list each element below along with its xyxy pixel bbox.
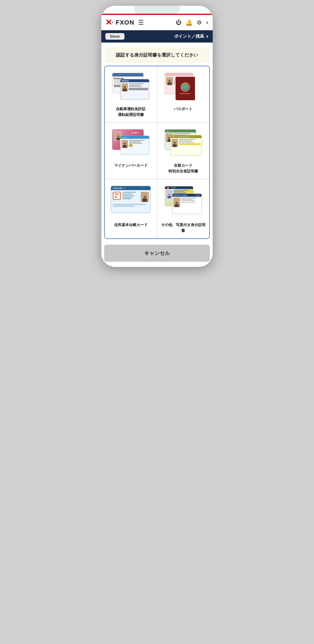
- jumin-cell[interactable]: 住民基本台帳カード 東京都: [105, 179, 157, 238]
- zairyu-image: 在留カード: [160, 128, 207, 159]
- chevron-icon[interactable]: ∨: [206, 20, 209, 25]
- jumin-label: 住民基本台帳カード: [114, 222, 148, 228]
- mn-front-card: 個人番号カード: [120, 136, 149, 155]
- passport-label: パスポート: [174, 106, 192, 112]
- grid-row-1: 運転経歴証明書 運転免許証: [105, 66, 209, 123]
- mynumber-label: マイナンバーカード: [114, 163, 148, 168]
- zairyu-stack: 在留カード: [165, 129, 202, 158]
- grid-row-2: 個人番号カード 個人番号カード: [105, 123, 209, 179]
- dl-front-card: 運転免許証: [120, 79, 149, 100]
- instruction-box: 認証する身分証明書を選択してください: [105, 48, 209, 63]
- hamburger-icon[interactable]: ☰: [138, 19, 144, 26]
- other-id-label: その他、写真付き身分証明 書: [161, 222, 206, 233]
- driver-license-image: 運転経歴証明書 運転免許証: [108, 71, 154, 103]
- driver-license-label: 自動車運転免許証 運転経歴証明書: [116, 106, 146, 117]
- jumin-stamp: 東京都: [113, 192, 121, 200]
- silver-label: Silver: [110, 34, 120, 39]
- instruction-text: 認証する身分証明書を選択してください: [116, 53, 198, 57]
- zairyu-cell[interactable]: 在留カード: [157, 123, 210, 179]
- oth-front-card: DRIVER LICENSE CLASS: [172, 194, 202, 214]
- points-label[interactable]: ポイント／残高 ∨: [174, 34, 209, 39]
- other-id-image: ID CARD: [160, 184, 207, 219]
- other-id-cell[interactable]: ID CARD: [157, 179, 210, 238]
- account-bar: Silver ポイント／残高 ∨: [101, 30, 213, 43]
- passport-cell[interactable]: 🌐 PASSPORT パスポート: [157, 66, 210, 122]
- phone-notch: [134, 6, 180, 14]
- silver-badge: Silver: [105, 33, 124, 40]
- passport-globe-icon: 🌐: [181, 82, 190, 92]
- logo-x-icon: ✕: [105, 18, 112, 27]
- passport-image: 🌐 PASSPORT: [160, 71, 207, 103]
- mynumber-cell[interactable]: 個人番号カード 個人番号カード: [105, 123, 157, 179]
- zr-front-card: 在留カード / RESIDENCE CARD: [170, 135, 202, 156]
- points-chevron-icon: ∨: [206, 34, 209, 39]
- header: ✕ · FXON ☰ ⏻ 🔔 ⚙ ∨: [101, 15, 213, 30]
- passport-stack: 🌐 PASSPORT: [165, 73, 202, 101]
- phone-frame: ✕ · FXON ☰ ⏻ 🔔 ⚙ ∨ Silver ポイント／残高 ∨ 認証する…: [101, 6, 213, 267]
- jumin-image: 住民基本台帳カード 東京都: [108, 184, 154, 219]
- cancel-label: キャンセル: [144, 250, 170, 256]
- flag-strip-icon: [166, 187, 170, 188]
- other-id-stack: ID CARD: [165, 186, 202, 217]
- driver-license-cell[interactable]: 運転経歴証明書 運転免許証: [105, 66, 157, 122]
- logo-area: ✕ · FXON ☰: [105, 18, 176, 27]
- mynumber-image: 個人番号カード 個人番号カード: [108, 128, 154, 159]
- power-icon[interactable]: ⏻: [176, 19, 182, 26]
- header-right: ⏻ 🔔 ⚙ ∨: [176, 19, 209, 26]
- jumin-stack: 住民基本台帳カード 東京都: [111, 186, 151, 217]
- bell-icon[interactable]: 🔔: [186, 19, 193, 26]
- selection-grid: 運転経歴証明書 運転免許証: [104, 66, 210, 239]
- cancel-button[interactable]: キャンセル: [104, 245, 210, 262]
- mynumber-stack: 個人番号カード 個人番号カード: [112, 129, 149, 158]
- zairyu-label: 在留カード 特別永住者証明書: [168, 163, 198, 174]
- dl-card-stack: 運転経歴証明書 運転免許証: [112, 73, 149, 101]
- points-text: ポイント／残高: [174, 34, 204, 39]
- jumin-card: 住民基本台帳カード 東京都: [111, 186, 151, 213]
- logo-fxon: · FXON: [112, 19, 134, 26]
- grid-row-3: 住民基本台帳カード 東京都: [105, 179, 209, 238]
- gear-icon[interactable]: ⚙: [197, 19, 202, 26]
- logo: ✕ · FXON: [105, 18, 134, 27]
- passport-cover: 🌐 PASSPORT: [176, 77, 195, 100]
